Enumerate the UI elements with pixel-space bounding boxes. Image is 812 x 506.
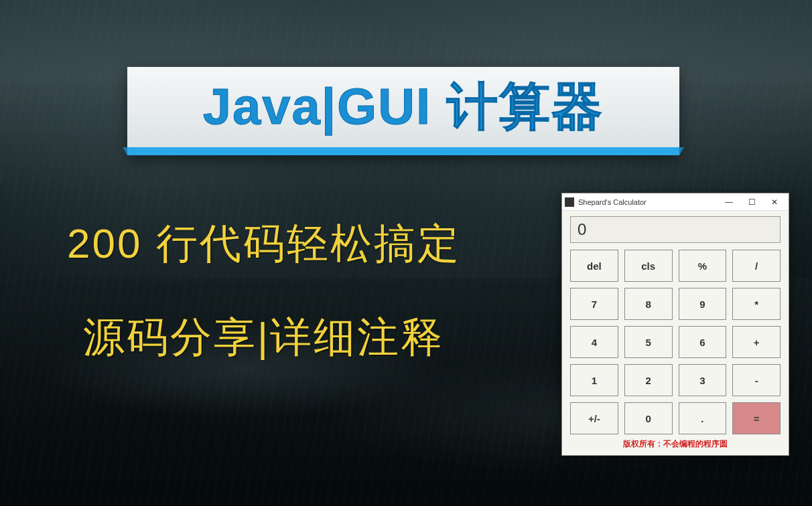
divide-button[interactable]: / — [732, 250, 781, 282]
calculator-body: 0 del cls % / 7 8 9 * 4 5 6 + 1 2 3 - +/… — [562, 211, 789, 455]
calculator-window: Shepard's Calculator — ☐ ✕ 0 del cls % /… — [561, 193, 789, 456]
cls-button[interactable]: cls — [624, 250, 673, 282]
five-button[interactable]: 5 — [624, 326, 673, 358]
percent-button[interactable]: % — [679, 250, 727, 282]
calculator-titlebar[interactable]: Shepard's Calculator — ☐ ✕ — [562, 193, 789, 211]
equals-button[interactable]: = — [732, 402, 781, 434]
calculator-window-title: Shepard's Calculator — [578, 198, 718, 206]
main-title: Java|GUI 计算器 — [203, 73, 604, 142]
window-controls: — ☐ ✕ — [718, 195, 786, 209]
calculator-display: 0 — [570, 216, 781, 243]
subtitle-line-2: 源码分享|详细注释 — [83, 309, 444, 365]
plus-button[interactable]: + — [732, 326, 781, 358]
title-banner: Java|GUI 计算器 — [127, 67, 679, 155]
calculator-footer: 版权所有：不会编程的程序圆 — [570, 434, 781, 451]
eight-button[interactable]: 8 — [624, 288, 673, 320]
multiply-button[interactable]: * — [732, 288, 781, 320]
subtitle-line-1: 200 行代码轻松搞定 — [67, 216, 461, 272]
del-button[interactable]: del — [570, 250, 618, 282]
minimize-button[interactable]: — — [718, 195, 740, 209]
minus-button[interactable]: - — [732, 364, 781, 396]
three-button[interactable]: 3 — [679, 364, 727, 396]
plusminus-button[interactable]: +/- — [570, 402, 618, 434]
zero-button[interactable]: 0 — [624, 402, 673, 434]
seven-button[interactable]: 7 — [570, 288, 618, 320]
six-button[interactable]: 6 — [679, 326, 727, 358]
maximize-button[interactable]: ☐ — [740, 195, 763, 209]
two-button[interactable]: 2 — [624, 364, 673, 396]
nine-button[interactable]: 9 — [679, 288, 727, 320]
calculator-app-icon — [565, 197, 574, 207]
calculator-keypad: del cls % / 7 8 9 * 4 5 6 + 1 2 3 - +/- … — [570, 250, 781, 434]
four-button[interactable]: 4 — [570, 326, 618, 358]
close-button[interactable]: ✕ — [763, 195, 786, 209]
dot-button[interactable]: . — [679, 402, 727, 434]
one-button[interactable]: 1 — [570, 364, 618, 396]
